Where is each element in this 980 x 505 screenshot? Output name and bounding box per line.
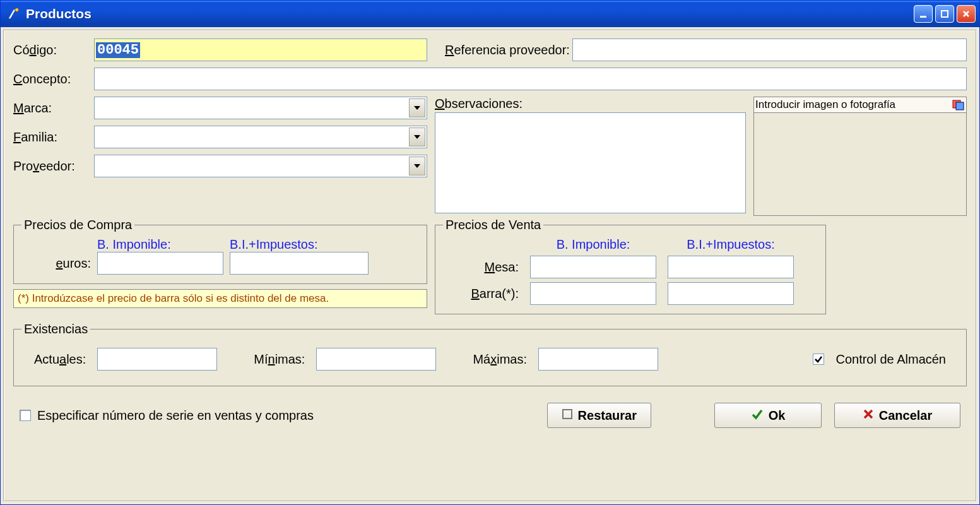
client-area: Código: 00045 Referencia proveedor: Conc… <box>3 30 977 502</box>
proveedor-combo[interactable] <box>94 155 427 177</box>
familia-label: Familia: <box>13 130 94 145</box>
close-button[interactable] <box>957 5 976 23</box>
existencias-legend: Existencias <box>21 322 90 336</box>
minimas-input[interactable] <box>316 348 436 371</box>
especificar-serie-checkbox[interactable] <box>20 410 31 421</box>
barra-label: Barra(*): <box>443 287 519 301</box>
cancelar-button[interactable]: Cancelar <box>834 403 960 428</box>
observaciones-textarea[interactable] <box>435 112 746 213</box>
marca-combo[interactable] <box>94 97 427 119</box>
precios-venta-group: Precios de Venta B. Imponible: B.I.+Impu… <box>435 218 826 314</box>
concepto-label: Concepto: <box>13 72 94 86</box>
control-almacen-checkbox[interactable] <box>813 354 824 365</box>
svg-rect-5 <box>563 410 572 419</box>
compra-bi-input[interactable] <box>97 252 223 275</box>
ok-label: Ok <box>769 408 786 423</box>
venta-mesa-bii-input[interactable] <box>668 256 794 278</box>
referencia-input[interactable] <box>572 39 967 61</box>
ok-button[interactable]: Ok <box>714 403 822 428</box>
restaurar-label: Restaurar <box>578 408 637 423</box>
image-drop-area[interactable] <box>754 113 966 215</box>
x-icon <box>863 408 874 423</box>
proveedor-dropdown-button[interactable] <box>409 157 425 175</box>
compra-bii-input[interactable] <box>230 252 369 275</box>
marca-dropdown-button[interactable] <box>409 98 425 117</box>
precios-compra-group: Precios de Compra euros: B. Imponible: B… <box>13 218 427 284</box>
svg-point-0 <box>15 8 19 12</box>
restore-icon <box>562 408 573 423</box>
actuales-label: Actuales: <box>34 352 86 367</box>
precios-compra-legend: Precios de Compra <box>21 218 134 232</box>
minimas-label: Mínimas: <box>254 352 305 367</box>
restaurar-button[interactable]: Restaurar <box>547 403 651 428</box>
svg-rect-4 <box>956 102 964 110</box>
window-title: Productos <box>26 6 914 21</box>
observaciones-label: Observaciones: <box>435 97 522 110</box>
minimize-button[interactable] <box>914 5 933 23</box>
marca-label: Marca: <box>13 101 94 116</box>
control-almacen-label: Control de Almacén <box>835 352 946 367</box>
euros-label: euros: <box>21 256 91 271</box>
familia-combo[interactable] <box>94 126 427 148</box>
titlebar: Productos <box>1 1 979 27</box>
svg-rect-1 <box>920 16 926 18</box>
mesa-label: Mesa: <box>443 260 519 275</box>
codigo-label: Código: <box>13 43 94 57</box>
venta-mesa-bi-input[interactable] <box>530 256 656 278</box>
barra-note: (*) Introdúzcase el precio de barra sólo… <box>13 289 427 308</box>
familia-dropdown-button[interactable] <box>409 128 425 146</box>
maximas-input[interactable] <box>538 348 658 371</box>
compra-bi-label: B. Imponible: <box>97 237 223 252</box>
existencias-group: Existencias Actuales: Mínimas: Máximas: … <box>13 322 967 386</box>
svg-rect-2 <box>942 11 948 17</box>
venta-bii-label: B.I.+Impuestos: <box>668 237 794 252</box>
proveedor-label: Proveedor: <box>13 159 94 174</box>
productos-window: Productos Código: 00045 Referencia prove… <box>0 0 980 505</box>
check-icon <box>751 408 764 424</box>
especificar-serie-label: Especificar número de serie en ventas y … <box>37 408 314 423</box>
actuales-input[interactable] <box>97 348 217 371</box>
cancelar-label: Cancelar <box>879 408 933 423</box>
venta-barra-bii-input[interactable] <box>668 282 794 305</box>
precios-venta-legend: Precios de Venta <box>443 218 543 232</box>
maximas-label: Máximas: <box>473 352 527 367</box>
venta-bi-label: B. Imponible: <box>530 237 656 252</box>
concepto-input[interactable] <box>94 68 967 90</box>
imagen-header-text: Introducir imagen o fotografía <box>755 98 895 111</box>
codigo-input[interactable]: 00045 <box>94 39 427 61</box>
image-icon[interactable] <box>952 98 965 111</box>
venta-barra-bi-input[interactable] <box>530 282 656 305</box>
app-icon <box>7 7 21 21</box>
maximize-button[interactable] <box>935 5 954 23</box>
compra-bii-label: B.I.+Impuestos: <box>230 237 369 252</box>
codigo-value: 00045 <box>96 42 140 58</box>
referencia-label: Referencia proveedor: <box>445 43 570 57</box>
